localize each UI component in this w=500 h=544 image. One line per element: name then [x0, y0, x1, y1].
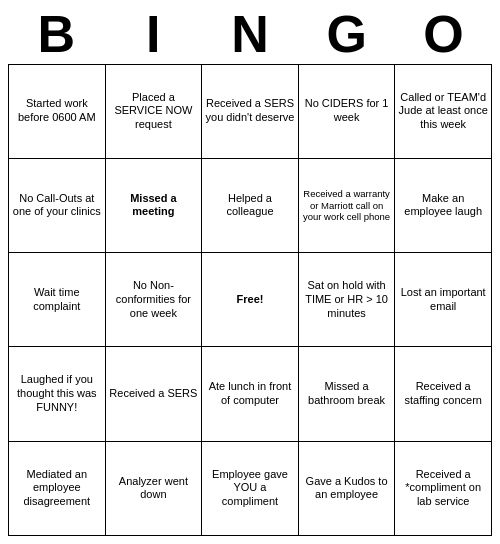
grid-row-3: Laughed if you thought this was FUNNY!Re…	[9, 347, 492, 441]
cell-1-4[interactable]: Make an employee laugh	[395, 158, 492, 252]
bingo-letter-n: N	[202, 8, 299, 60]
grid-row-4: Mediated an employee disagreementAnalyze…	[9, 441, 492, 535]
cell-4-3[interactable]: Gave a Kudos to an employee	[298, 441, 395, 535]
cell-4-1[interactable]: Analyzer went down	[105, 441, 202, 535]
grid-row-0: Started work before 0600 AMPlaced a SERV…	[9, 64, 492, 158]
bingo-letter-g: G	[298, 8, 395, 60]
cell-2-1[interactable]: No Non-conformities for one week	[105, 253, 202, 347]
cell-3-0[interactable]: Laughed if you thought this was FUNNY!	[9, 347, 106, 441]
cell-2-0[interactable]: Wait time complaint	[9, 253, 106, 347]
cell-1-3[interactable]: Received a warranty or Marriott call on …	[298, 158, 395, 252]
cell-0-2[interactable]: Received a SERS you didn't deserve	[202, 64, 299, 158]
cell-3-1[interactable]: Received a SERS	[105, 347, 202, 441]
cell-3-3[interactable]: Missed a bathroom break	[298, 347, 395, 441]
cell-0-4[interactable]: Called or TEAM'd Jude at least once this…	[395, 64, 492, 158]
grid-row-1: No Call-Outs at one of your clinicsMisse…	[9, 158, 492, 252]
cell-4-4[interactable]: Received a *compliment on lab service	[395, 441, 492, 535]
cell-4-2[interactable]: Employee gave YOU a compliment	[202, 441, 299, 535]
cell-1-2[interactable]: Helped a colleague	[202, 158, 299, 252]
bingo-letter-b: B	[8, 8, 105, 60]
bingo-letter-i: I	[105, 8, 202, 60]
cell-4-0[interactable]: Mediated an employee disagreement	[9, 441, 106, 535]
cell-0-1[interactable]: Placed a SERVICE NOW request	[105, 64, 202, 158]
bingo-grid: Started work before 0600 AMPlaced a SERV…	[8, 64, 492, 536]
cell-2-2[interactable]: Free!	[202, 253, 299, 347]
bingo-title: BINGO	[8, 8, 492, 60]
cell-0-0[interactable]: Started work before 0600 AM	[9, 64, 106, 158]
cell-1-1[interactable]: Missed a meeting	[105, 158, 202, 252]
cell-3-4[interactable]: Received a staffing concern	[395, 347, 492, 441]
cell-1-0[interactable]: No Call-Outs at one of your clinics	[9, 158, 106, 252]
grid-row-2: Wait time complaintNo Non-conformities f…	[9, 253, 492, 347]
cell-2-3[interactable]: Sat on hold with TIME or HR > 10 minutes	[298, 253, 395, 347]
cell-0-3[interactable]: No CIDERS for 1 week	[298, 64, 395, 158]
cell-2-4[interactable]: Lost an important email	[395, 253, 492, 347]
cell-3-2[interactable]: Ate lunch in front of computer	[202, 347, 299, 441]
bingo-letter-o: O	[395, 8, 492, 60]
